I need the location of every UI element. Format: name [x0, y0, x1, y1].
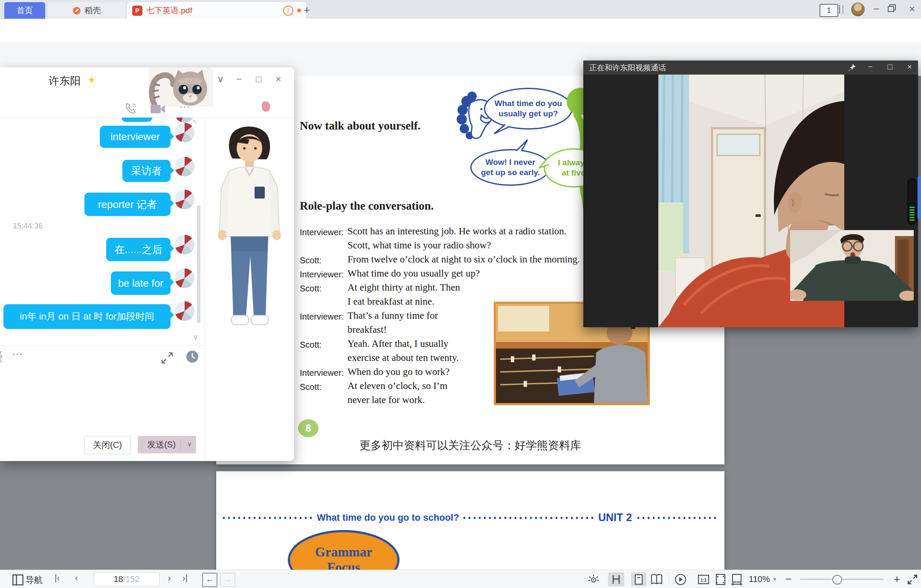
prev-page-button[interactable]: ‹ — [75, 573, 78, 583]
unsaved-dot-icon — [297, 9, 301, 12]
avatar[interactable] — [175, 268, 194, 288]
zoom-caret-icon[interactable]: ▾ — [773, 576, 776, 582]
drag-read-mode-icon[interactable] — [610, 574, 622, 585]
two-page-view-icon[interactable] — [651, 574, 663, 585]
eye-protect-icon[interactable] — [588, 574, 600, 585]
document-tab-title: 七下英语.pdf — [146, 5, 192, 16]
tab-document[interactable]: P 七下英语.pdf ! — [127, 2, 306, 19]
window-count-badge[interactable]: 1 — [820, 4, 838, 17]
pdf-file-icon: P — [132, 6, 142, 16]
actual-size-icon[interactable]: 1:1 — [698, 574, 710, 585]
chat-bubble[interactable]: reporter 记者 — [84, 193, 171, 216]
input-more-icon[interactable]: ⋯ — [12, 348, 24, 361]
voice-call-icon[interactable] — [125, 102, 137, 115]
video-call-title: 正在和许东阳视频通话 — [589, 63, 666, 73]
expand-input-icon[interactable] — [161, 352, 173, 364]
single-page-view-icon[interactable] — [633, 574, 645, 585]
chat-bubble[interactable]: 采访者 — [122, 160, 171, 182]
zoom-out-button[interactable]: − — [785, 573, 791, 585]
window-close-button[interactable]: × — [906, 3, 918, 15]
message-input[interactable] — [0, 366, 205, 434]
zoom-slider-thumb[interactable] — [832, 575, 842, 585]
svg-text:1:1: 1:1 — [701, 578, 707, 582]
document-warning-icon[interactable]: ! — [283, 6, 293, 16]
roleplay-heading: Role-play the conversation. — [300, 199, 434, 213]
zoom-in-button[interactable]: + — [894, 573, 900, 586]
video-call-titlebar[interactable]: 正在和许东阳视频通话 − □ × — [583, 61, 918, 75]
qq-show-panel — [205, 118, 295, 461]
chat-bubble[interactable]: 在......之后 — [106, 238, 171, 261]
clipped-bubble — [122, 118, 152, 122]
message-history-icon[interactable] — [186, 350, 199, 363]
scroll-top-hint-icon[interactable]: ↖ — [192, 118, 198, 127]
first-page-button[interactable]: |‹ — [55, 573, 60, 583]
new-tab-button[interactable]: + — [304, 3, 310, 17]
next-page-button[interactable]: › — [168, 573, 171, 583]
unit-title: What time do you go to school? — [313, 512, 463, 523]
send-options-caret-icon[interactable]: ∨ — [187, 440, 192, 448]
fullscreen-icon[interactable] — [907, 574, 918, 585]
autoplay-icon[interactable] — [675, 574, 686, 585]
video-close-button[interactable]: × — [903, 62, 916, 72]
fit-width-icon[interactable] — [731, 574, 743, 585]
chat-maximize-button[interactable]: □ — [252, 74, 266, 85]
video-call-window: 正在和许东阳视频通话 − □ × — [583, 61, 918, 327]
tab-bar: 首页 稻壳 P 七下英语.pdf ! + 1 − × — [0, 0, 921, 19]
document-scrollbar[interactable] — [918, 176, 921, 219]
menu-bar: 文件 ∨ ↶ ↷ ∨ 开始 插入 批注 编辑 页面 保护 转换 查找功能、文档内… — [0, 19, 921, 42]
chat-window: 许东阳 ★ ∨ − □ × ⋯ interviewer — [0, 67, 294, 461]
chat-send-button[interactable]: 发送(S) ∨ — [138, 436, 196, 453]
chat-scrollbar-thumb[interactable] — [197, 205, 200, 323]
chat-minimize-button[interactable]: − — [232, 74, 246, 85]
restore-icon — [888, 4, 896, 12]
clipped-toolbar-icon — [0, 350, 3, 363]
avatar[interactable] — [175, 190, 194, 209]
mic-volume-meter — [907, 179, 917, 225]
tab-docer[interactable]: 稻壳 — [48, 2, 125, 19]
pin-icon[interactable] — [848, 63, 856, 72]
chat-more-icon[interactable]: ⋯ — [179, 101, 191, 114]
chat-bubble[interactable]: in年 in月 on 日 at 时 for加段时间 — [3, 304, 171, 329]
video-minimize-button[interactable]: − — [864, 62, 877, 72]
panel-decoration — [262, 101, 270, 112]
user-avatar[interactable] — [851, 3, 865, 16]
navigation-panel-icon[interactable] — [12, 574, 24, 586]
window-restore-button[interactable] — [888, 4, 901, 12]
self-video-feed[interactable] — [790, 230, 914, 301]
chat-close-dialog-button[interactable]: 关闭(C) — [84, 436, 131, 454]
chat-message-list[interactable]: interviewer 采访者 reporter 记者 15:44:36 在..… — [0, 118, 205, 345]
last-page-button[interactable]: ›| — [182, 573, 188, 583]
scroll-down-icon[interactable]: ∨ — [193, 332, 198, 342]
fit-page-icon[interactable] — [715, 574, 727, 585]
message-timestamp: 15:44:36 — [13, 222, 43, 231]
talk-heading: Now talk about yourself. — [300, 119, 421, 133]
docer-icon — [72, 6, 81, 15]
exercise-number-badge: 8 — [298, 419, 319, 437]
chat-bubble[interactable]: be late for — [111, 271, 171, 295]
grammar-focus-badge: Grammar Focus — [288, 530, 400, 570]
zoom-level-value[interactable]: 110% — [749, 574, 770, 584]
app-window: 首页 稻壳 P 七下英语.pdf ! + 1 − × 文件 ∨ ↶ ↷ ∨ — [0, 0, 921, 588]
history-back-button[interactable]: ← — [202, 573, 217, 587]
avatar[interactable] — [175, 301, 194, 321]
chat-close-button[interactable]: × — [271, 74, 286, 85]
navigation-label[interactable]: 导航 — [26, 574, 43, 586]
status-bar: 导航 |‹ ‹ 18/152 › ›| ← → 1:1 110% ▾ − + — [0, 570, 921, 588]
unit-number: UNIT 2 — [595, 511, 635, 524]
video-call-icon[interactable] — [150, 104, 165, 114]
window-minimize-button[interactable]: − — [870, 3, 883, 15]
chat-collapse-icon[interactable]: ∨ — [213, 74, 228, 85]
page-number-input[interactable]: 18/152 — [94, 572, 159, 586]
video-maximize-button[interactable]: □ — [883, 62, 896, 72]
chat-contact-name[interactable]: 许东阳 — [49, 74, 81, 88]
speech-bubble-2-tail — [515, 139, 530, 152]
chat-bubble[interactable]: interviewer — [100, 126, 171, 148]
vip-star-icon: ★ — [88, 75, 96, 85]
history-forward-button[interactable]: → — [220, 573, 235, 587]
character-illustration — [209, 124, 290, 341]
tab-home[interactable]: 首页 — [4, 2, 45, 19]
window-list-icon — [839, 5, 843, 14]
speech-bubble-1-tail — [492, 124, 510, 135]
avatar[interactable] — [175, 235, 194, 254]
avatar[interactable] — [175, 157, 194, 176]
